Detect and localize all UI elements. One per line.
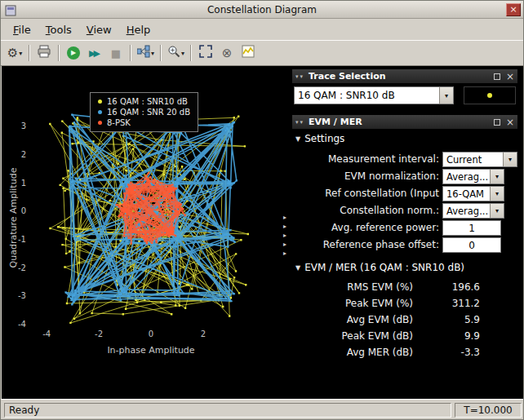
dock-close-button[interactable]: × [506,73,514,81]
legend-label: 16 QAM : SNR 20 dB [107,108,190,117]
dock-float-button[interactable] [494,73,500,80]
main-area: 3210-1-2-3-4-4-202In-phase AmplitudeQuad… [2,66,524,399]
expand-icon [199,45,212,61]
fast-forward-icon: ▶▶ [89,48,100,59]
chevron-down-icon: ▾ [503,153,517,166]
panel-splitter[interactable]: ▸ ▸ ▸ ▸ ▸ [280,213,290,258]
svg-text:1: 1 [21,179,26,188]
avg-evm-db-value: 5.9 [421,314,480,325]
settings-section-toggle[interactable]: ▼ Settings [295,133,344,144]
evm-normalization-label: EVM normalization: [344,170,439,182]
stop-button[interactable]: ■ [105,42,127,64]
trace-style-preview[interactable] [464,86,516,104]
avg-reference-power-field[interactable] [442,220,501,236]
measurement-interval-label: Measurement interval: [328,153,439,165]
svg-text:-1: -1 [18,235,26,244]
peak-evm-db-value: 9.9 [421,330,480,342]
svg-text:-4: -4 [42,329,51,338]
menu-file[interactable]: File [6,21,38,38]
chevron-down-icon: ▾ [151,50,154,57]
setting-row: EVM normalization: Averag... ▾ [291,169,519,185]
avg-evm-db-label: Avg EVM (dB) [347,314,413,325]
splitter-arrow-icon: ▸ [283,249,286,258]
setting-row: Measurement interval: Current ▾ [291,152,519,168]
rms-evm-value: 196.6 [421,281,480,293]
results-section-label: EVM / MER (16 QAM : SNR10 dB) [304,262,464,273]
display-mode-button[interactable]: ⊗ [216,42,238,64]
svg-text:3: 3 [21,122,26,130]
chevron-down-icon: ▾ [439,87,453,104]
legend-item: 16 QAM : SNR 20 dB [98,107,190,117]
chevron-down-icon: ▾ [490,204,504,218]
chevron-down-icon: ▾ [19,50,22,57]
window-close-button[interactable]: × [506,3,521,16]
peak-evm-pct-label: Peak EVM (%) [345,298,413,309]
step-button[interactable]: ▶▶ [84,42,105,64]
trace-selector-value: 16 QAM : SNR10 dB [295,87,439,104]
reference-phase-offset-field[interactable] [442,237,501,253]
evm-normalization-select[interactable]: Averag... ▾ [442,169,504,184]
toolbar-separator [190,45,192,61]
splitter-arrow-icon: ▸ [283,222,286,231]
signal-plot-button[interactable] [238,42,259,64]
right-panel: ▾▾ Trace Selection × 16 QAM : SNR10 dB ▾… [291,69,519,399]
series-marker-icon [98,121,102,125]
splitter-arrow-icon: ▸ [283,240,286,249]
dock-menu-icon[interactable]: ▾▾ [295,119,304,126]
setting-row: Constellation norm.: Averag... ▾ [291,203,519,219]
dock-title: Trace Selection [309,71,494,82]
fit-view-button[interactable] [195,42,216,64]
measurement-interval-select[interactable]: Current ▾ [442,152,517,167]
gear-icon: ⚙ [7,47,18,60]
play-icon: ▶ [67,46,80,60]
menu-view[interactable]: View [79,21,119,38]
titlebar: Constellation Diagram × [1,1,523,19]
stop-icon: ■ [111,47,121,60]
circle-x-icon: ⊗ [222,46,233,60]
avg-mer-db-label: Avg MER (dB) [347,347,413,358]
chevron-down-icon: ▾ [490,170,504,183]
setting-row: Reference phase offset: [291,237,519,254]
zoom-button[interactable]: ▾ [165,42,187,64]
result-row: Avg MER (dB) -3.3 [291,346,519,360]
legend-item: 8-PSK [98,117,190,128]
svg-text:0: 0 [21,206,26,215]
results-section-toggle[interactable]: ▼ EVM / MER (16 QAM : SNR10 dB) [295,262,464,273]
print-button[interactable] [33,42,55,64]
window-title: Constellation Diagram [1,4,523,15]
svg-text:-3: -3 [18,291,26,300]
constellation-plot[interactable]: 3210-1-2-3-4-4-202In-phase AmplitudeQuad… [8,71,279,378]
statusbar: Ready T=10.000 [1,399,524,420]
dock-menu-icon[interactable]: ▾▾ [295,73,304,80]
toolbar-separator [130,45,131,61]
splitter-arrow-icon: ▸ [283,213,286,222]
flowgraph-button[interactable]: ▾ [135,42,157,64]
toolbar: ⚙▾ ▶ ▶▶ ■ ▾ ▾ ⊗ [1,40,523,66]
plot-legend: 16 QAM : SNR10 dB 16 QAM : SNR 20 dB 8-P… [90,92,198,132]
svg-text:Quadrature Amplitude: Quadrature Amplitude [8,167,19,267]
result-row: Peak EVM (%) 311.2 [291,297,519,312]
trace-selector[interactable]: 16 QAM : SNR10 dB ▾ [294,86,454,104]
peak-evm-pct-value: 311.2 [421,298,480,309]
toolbar-separator [160,45,162,61]
avg-reference-power-label: Avg. reference power: [331,222,439,233]
settings-gear-button[interactable]: ⚙▾ [4,42,25,64]
printer-icon [38,45,51,61]
peak-evm-db-label: Peak EVM (dB) [342,330,413,342]
dock-float-button[interactable] [494,119,500,126]
flowgraph-icon [137,45,150,61]
svg-text:0: 0 [149,329,153,338]
dock-close-button[interactable]: × [506,118,514,126]
collapse-triangle-icon: ▼ [295,135,300,143]
menu-help[interactable]: Help [119,21,158,38]
legend-label: 16 QAM : SNR10 dB [107,97,188,106]
reference-phase-offset-label: Reference phase offset: [323,239,439,250]
ref-constellation-select[interactable]: 16-QAM ▾ [442,186,504,201]
result-row: Avg EVM (dB) 5.9 [291,313,519,328]
menu-tools[interactable]: Tools [38,21,79,38]
run-button[interactable]: ▶ [63,42,84,64]
setting-row: Ref constellation (Input 16-QAM ▾ [291,186,519,202]
constellation-norm-select[interactable]: Averag... ▾ [442,203,504,219]
ref-constellation-label: Ref constellation (Input [325,188,439,199]
svg-text:2: 2 [21,150,26,159]
